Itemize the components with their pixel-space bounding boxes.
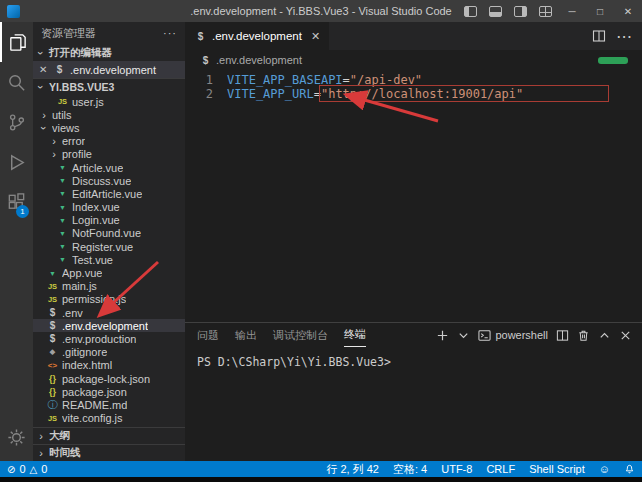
- terminal-prompt: PS D:\CSharp\Yi\Yi.BBS.Vue3>: [197, 355, 391, 369]
- shell-label: powershell: [495, 329, 548, 341]
- env-file-icon: $: [194, 31, 207, 42]
- tree-folder-views[interactable]: ›views: [33, 121, 185, 134]
- settings-gear-icon[interactable]: [0, 417, 33, 457]
- code-token: VITE_APP_URL: [227, 87, 314, 101]
- project-root-row[interactable]: › YI.BBS.VUE3: [33, 78, 185, 95]
- tab-close-icon[interactable]: ✕: [311, 30, 320, 43]
- outline-section[interactable]: › 大纲: [33, 427, 185, 444]
- open-editors-label: 打开的编辑器: [49, 46, 112, 60]
- tree-file-.env[interactable]: $.env: [33, 306, 185, 319]
- tab-env-development[interactable]: $ .env.development ✕: [185, 22, 329, 50]
- maximize-button[interactable]: □: [586, 0, 614, 22]
- minimize-button[interactable]: ─: [558, 0, 586, 22]
- explorer-sidebar: 资源管理器 ··· › 打开的编辑器 ✕ $ .env.development …: [33, 22, 185, 461]
- file-label: Test.vue: [72, 254, 113, 266]
- terminal-content[interactable]: PS D:\CSharp\Yi\Yi.BBS.Vue3>: [185, 347, 642, 461]
- encoding-setting[interactable]: UTF-8: [434, 463, 479, 475]
- js-file-icon: JS: [46, 282, 59, 291]
- tree-file-vite.config.js[interactable]: JSvite.config.js: [33, 412, 185, 425]
- panel-tab-problems[interactable]: 问题: [197, 323, 219, 347]
- panel-tab-output[interactable]: 输出: [235, 323, 257, 347]
- file-label: Index.vue: [72, 201, 120, 213]
- extensions-badge: 1: [16, 205, 29, 218]
- tree-file-NotFound.vue[interactable]: ▼NotFound.vue: [33, 227, 185, 240]
- tree-file-Index.vue[interactable]: ▼Index.vue: [33, 201, 185, 214]
- problems-status[interactable]: ⊘ 0 △ 0: [0, 463, 47, 475]
- split-terminal-icon[interactable]: [556, 329, 569, 342]
- open-editors-section[interactable]: › 打开的编辑器: [33, 44, 185, 61]
- explorer-icon[interactable]: [0, 22, 33, 62]
- timeline-label: 时间线: [49, 446, 81, 460]
- close-icon[interactable]: ✕: [39, 64, 49, 75]
- editor-more-actions-icon[interactable]: ⋯: [616, 27, 632, 46]
- tree-file-main.js[interactable]: JSmain.js: [33, 280, 185, 293]
- tree-file-Discuss.vue[interactable]: ▼Discuss.vue: [33, 174, 185, 187]
- sidebar-more-actions-icon[interactable]: ···: [163, 27, 177, 39]
- tree-file-EditArticle.vue[interactable]: ▼EditArticle.vue: [33, 187, 185, 200]
- run-debug-icon[interactable]: [0, 142, 33, 182]
- tree-folder-profile[interactable]: ›profile: [33, 148, 185, 161]
- tree-file-permission.js[interactable]: JSpermission.js: [33, 293, 185, 306]
- terminal-dropdown-chevron-icon[interactable]: [457, 329, 470, 342]
- tree-file-package.json[interactable]: {}package.json: [33, 385, 185, 398]
- close-panel-icon[interactable]: [619, 329, 632, 342]
- tree-folder-error[interactable]: ›error: [33, 135, 185, 148]
- language-mode[interactable]: Shell Script: [522, 463, 592, 475]
- tree-file-user.js[interactable]: JSuser.js: [33, 95, 185, 108]
- tree-file-.env.development[interactable]: $.env.development: [33, 319, 185, 332]
- code-token: "/api-dev": [350, 73, 422, 87]
- indentation-setting[interactable]: 空格: 4: [386, 462, 434, 477]
- customize-layout-icon[interactable]: [539, 6, 552, 17]
- tree-file-Login.vue[interactable]: ▼Login.vue: [33, 214, 185, 227]
- toggle-sidebar-icon[interactable]: [464, 6, 477, 17]
- toggle-secondary-sidebar-icon[interactable]: [514, 6, 527, 17]
- file-label: App.vue: [62, 267, 102, 279]
- file-label: EditArticle.vue: [72, 188, 142, 200]
- code-line[interactable]: 2VITE_APP_URL="http://localhost:19001/ap…: [185, 87, 642, 101]
- file-label: main.js: [62, 280, 97, 292]
- terminal-profile-chip[interactable]: powershell: [478, 329, 548, 342]
- tree-file-.env.production[interactable]: $.env.production: [33, 332, 185, 345]
- tree-file-.gitignore[interactable]: ◆.gitignore: [33, 346, 185, 359]
- vue-file-icon: ▼: [56, 164, 69, 171]
- tree-folder-utils[interactable]: ›utils: [33, 108, 185, 121]
- source-control-icon[interactable]: [0, 102, 33, 142]
- vue-file-icon: ▼: [46, 270, 59, 277]
- maximize-panel-chevron-icon[interactable]: [598, 329, 611, 342]
- code-editor[interactable]: 1VITE_APP_BASEAPI="/api-dev"2VITE_APP_UR…: [185, 70, 642, 322]
- breadcrumb[interactable]: $ .env.development: [185, 50, 642, 70]
- file-label: views: [52, 122, 80, 134]
- new-terminal-plus-icon[interactable]: [436, 329, 449, 342]
- info-file-icon: ⓘ: [46, 398, 59, 412]
- eol-setting[interactable]: CRLF: [479, 463, 522, 475]
- cursor-position[interactable]: 行 2, 列 42: [319, 462, 386, 477]
- open-editor-item[interactable]: ✕ $ .env.development: [33, 61, 185, 78]
- feedback-smiley-icon[interactable]: ☺: [592, 463, 617, 475]
- timeline-section[interactable]: › 时间线: [33, 444, 185, 461]
- env-file-icon: $: [46, 333, 59, 344]
- close-button[interactable]: ✕: [614, 0, 642, 22]
- tree-file-Register.vue[interactable]: ▼Register.vue: [33, 240, 185, 253]
- code-line[interactable]: 1VITE_APP_BASEAPI="/api-dev": [185, 73, 642, 87]
- env-file-icon: $: [53, 64, 66, 75]
- split-editor-icon[interactable]: [592, 29, 606, 43]
- js-file-icon: JS: [46, 414, 59, 423]
- trash-icon[interactable]: [577, 329, 590, 342]
- panel-tab-terminal[interactable]: 终端: [344, 323, 366, 347]
- toggle-panel-icon[interactable]: [489, 6, 502, 17]
- tree-file-Article.vue[interactable]: ▼Article.vue: [33, 161, 185, 174]
- js-file-icon: JS: [56, 97, 69, 106]
- search-icon[interactable]: [0, 62, 33, 102]
- panel-tab-debug-console[interactable]: 调试控制台: [273, 323, 328, 347]
- vue-file-icon: ▼: [56, 230, 69, 237]
- notifications-bell-icon[interactable]: [617, 463, 642, 475]
- extensions-icon[interactable]: 1: [0, 182, 33, 222]
- line-number: 1: [185, 73, 213, 87]
- tree-file-index.html[interactable]: <>index.html: [33, 359, 185, 372]
- tree-file-App.vue[interactable]: ▼App.vue: [33, 266, 185, 279]
- status-bar: ⊘ 0 △ 0 行 2, 列 42 空格: 4 UTF-8 CRLF Shell…: [0, 461, 642, 477]
- chevron-right-icon: ›: [39, 110, 49, 120]
- tree-file-README.md[interactable]: ⓘREADME.md: [33, 398, 185, 411]
- tree-file-Test.vue[interactable]: ▼Test.vue: [33, 253, 185, 266]
- tree-file-package-lock.json[interactable]: {}package-lock.json: [33, 372, 185, 385]
